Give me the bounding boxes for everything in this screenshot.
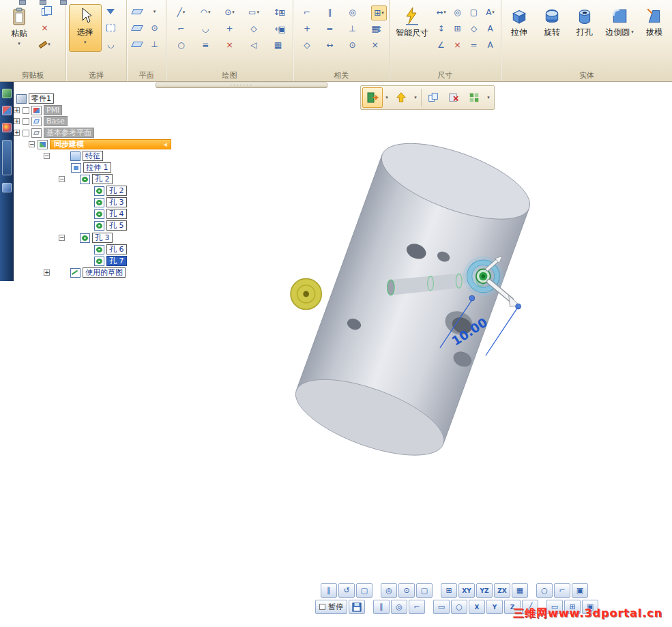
line-tool-button[interactable]: ╱▾ [169, 5, 193, 20]
corner-snap-button[interactable]: ⌐ [554, 583, 570, 598]
equal-relation-button[interactable]: = [319, 21, 340, 36]
tree-item-hole5[interactable]: 孔 5 [94, 220, 127, 231]
text-tool-button[interactable]: A▾ [482, 5, 498, 20]
fillet-tool-button[interactable]: ⌐ [169, 21, 193, 36]
vertical-dim-button[interactable]: ↕ [433, 21, 449, 36]
dim-more-button[interactable]: = [466, 38, 482, 53]
circle-filter-button[interactable]: ○ [451, 600, 467, 614]
tree-item-pmi[interactable]: + PMI [14, 105, 62, 115]
symmetric-dim-button[interactable]: ⊞ [450, 21, 465, 36]
edgebar-library-icon[interactable] [2, 89, 12, 98]
edgebar-pathfinder-tab[interactable] [2, 140, 12, 175]
tree-item-synchronous[interactable]: − 同步建模 ◂ [29, 139, 171, 149]
tree-item-label[interactable]: 孔 3 [106, 197, 127, 207]
panel-splitter-handle[interactable]: ······· [156, 83, 327, 88]
tree-item-ref-planes[interactable]: + 基本参考平面 [14, 128, 94, 138]
tree-item-label[interactable]: PMI [44, 105, 62, 115]
all-planes-button[interactable]: ▦ [512, 583, 528, 598]
pause-button[interactable]: ∥ [321, 583, 337, 598]
keypoint-mode-button[interactable] [362, 87, 383, 108]
tree-item-hole7[interactable]: 孔 7 [94, 256, 127, 266]
expander-icon[interactable]: + [14, 118, 20, 124]
corner-keep-button[interactable]: ⌐ [409, 600, 425, 614]
revolve-button[interactable]: 旋转 [537, 4, 567, 39]
tangent-circle-button[interactable]: ⊙▾ [218, 5, 242, 20]
format-painter-button[interactable]: ▾ [37, 37, 53, 52]
relation-assistant-button[interactable]: ↕ [371, 22, 387, 37]
pick-target-indicator[interactable] [291, 278, 321, 309]
axis-y-button[interactable]: Y [486, 600, 503, 614]
qat-icon[interactable] [40, 0, 46, 5]
edgebar-family-icon[interactable] [2, 106, 12, 115]
circle-tool-button[interactable]: ○ [169, 38, 193, 53]
expander-icon[interactable]: − [29, 141, 35, 147]
cut-button[interactable]: × [37, 20, 53, 35]
tree-item-features[interactable]: − 特征 [44, 151, 103, 161]
trim-tool-button[interactable]: × [218, 38, 242, 53]
angled-plane-button[interactable] [130, 20, 145, 35]
dim-diamond-button[interactable]: ◇ [466, 21, 482, 36]
paste-button[interactable]: 粘贴 ▾ [3, 4, 35, 52]
collinear-relation-button[interactable]: ↔ [319, 38, 340, 53]
maintain-relations-toggle[interactable]: ⊞▾ [371, 5, 387, 20]
tree-item-part[interactable]: 零件1 [16, 93, 54, 104]
expander-icon[interactable]: + [14, 107, 20, 113]
tangent-plane-button[interactable] [130, 37, 145, 52]
coordinate-dim-button[interactable]: ◎ [450, 5, 465, 20]
coordinate-system-button[interactable]: ⊥ [147, 37, 162, 52]
plane-zx-button[interactable]: ZX [494, 583, 510, 598]
polygon-tool-button[interactable]: ◇ [242, 21, 266, 36]
mirror-tool-button[interactable]: ◁ [242, 38, 266, 53]
round-button[interactable]: 边倒圆 ▾ [602, 4, 637, 39]
concentric-keep-button[interactable]: ◎ [391, 600, 407, 614]
symmetric-relation-button[interactable]: ◇ [296, 38, 318, 53]
edgebar-layers-icon[interactable] [2, 123, 12, 132]
curve-tool-button[interactable]: ◡ [194, 21, 218, 36]
view-capture-button[interactable]: ▣ [572, 583, 588, 598]
concentric-relation-button[interactable]: ◎ [341, 5, 363, 20]
tree-item-hole2[interactable]: 孔 2 [94, 186, 127, 196]
offset-tool-button[interactable]: ≡ [194, 38, 218, 53]
draft-button[interactable]: 拔模 [639, 4, 669, 39]
point-tool-button[interactable]: + [218, 21, 242, 36]
select-lasso-button[interactable]: ◡ [103, 37, 119, 52]
expander-icon[interactable]: + [44, 269, 50, 276]
tree-item-label[interactable]: 孔 4 [106, 209, 127, 219]
text-note-button[interactable]: A [482, 38, 498, 53]
tree-item-hole3-group[interactable]: − 孔 3 [59, 233, 113, 243]
tree-item-label[interactable]: 零件1 [29, 93, 54, 104]
concentric-lock-button[interactable]: ◎ [381, 583, 397, 598]
save-button[interactable] [349, 600, 365, 614]
plane-more-button[interactable]: ▾ [147, 4, 162, 19]
tangent-relation-button[interactable]: ⊙ [341, 38, 363, 53]
select-button[interactable]: 选择 ▾ [69, 4, 102, 52]
suspend-rules-button[interactable] [443, 87, 464, 108]
dim-page-button[interactable]: ▢ [466, 5, 482, 20]
extrude-button[interactable]: 拉伸 [504, 4, 534, 39]
plane-xy-button[interactable]: XY [458, 583, 475, 598]
cylinder-part[interactable] [287, 128, 539, 471]
edgebar-sensors-icon[interactable] [2, 183, 12, 192]
parallel-relation-button[interactable]: ∥ [319, 5, 340, 20]
tree-item-extrude1[interactable]: 拉伸 1 [71, 162, 111, 173]
connect-relation-button[interactable]: ⌐ [296, 5, 318, 20]
coincident-plane-button[interactable] [130, 4, 145, 19]
select-filter-button[interactable] [103, 4, 119, 19]
sketch-view-button[interactable]: ▣ [274, 22, 290, 37]
live-rules-button[interactable] [391, 87, 411, 108]
select-box-button[interactable] [103, 20, 119, 35]
chevron-down-icon[interactable]: ▾ [411, 87, 420, 108]
text-leader-button[interactable]: A [482, 21, 498, 36]
tree-item-label[interactable]: 孔 2 [92, 174, 113, 184]
arc-tool-button[interactable]: ◠▾ [194, 5, 218, 20]
tree-item-hole6[interactable]: 孔 6 [94, 244, 127, 254]
plane-normal-button[interactable]: ⊙ [147, 20, 162, 35]
base-plane-button[interactable]: ⊞ [441, 583, 457, 598]
handle-endpoint[interactable] [516, 304, 521, 309]
horizontal-relation-button[interactable]: + [296, 21, 318, 36]
expander-icon[interactable]: + [14, 130, 20, 136]
tree-item-hole3[interactable]: 孔 3 [94, 197, 127, 207]
expander-icon[interactable]: − [59, 176, 65, 182]
visibility-checkbox[interactable] [23, 118, 29, 125]
expander-icon[interactable]: − [44, 153, 50, 159]
